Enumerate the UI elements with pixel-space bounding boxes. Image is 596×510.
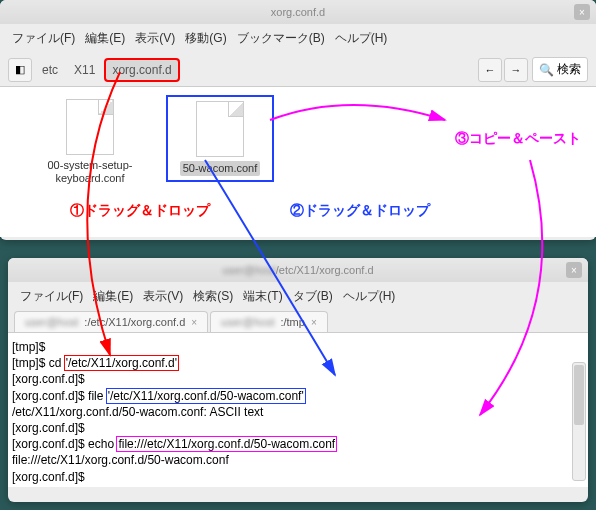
file-name: 00-system-setup-keyboard.conf xyxy=(40,159,140,185)
menu-bookmark[interactable]: ブックマーク(B) xyxy=(233,28,329,49)
menu-file[interactable]: ファイル(F) xyxy=(8,28,79,49)
menubar: ファイル(F) 編集(E) 表示(V) 検索(S) 端末(T) タブ(B) ヘル… xyxy=(8,282,588,311)
crumb-xorgconfd[interactable]: xorg.conf.d xyxy=(105,59,178,81)
highlight-cd-path: '/etc/X11/xorg.conf.d' xyxy=(65,356,178,370)
menu-view[interactable]: 表示(V) xyxy=(131,28,179,49)
tab-label: :/tmp xyxy=(280,316,304,328)
tab-label: :/etc/X11/xorg.conf.d xyxy=(84,316,185,328)
file-item[interactable]: 00-system-setup-keyboard.conf xyxy=(40,99,140,185)
file-name: 50-wacom.conf xyxy=(180,161,261,176)
tab-close-icon[interactable]: × xyxy=(191,317,197,328)
highlight-file-path: '/etc/X11/xorg.conf.d/50-wacom.conf' xyxy=(107,389,305,403)
menu-tab[interactable]: タブ(B) xyxy=(289,286,337,307)
menu-search[interactable]: 検索(S) xyxy=(189,286,237,307)
menu-go[interactable]: 移動(G) xyxy=(181,28,230,49)
terminal-body[interactable]: [tmp]$ [tmp]$ cd '/etc/X11/xorg.conf.d' … xyxy=(8,332,588,487)
file-icon xyxy=(66,99,114,155)
tab-blurred-prefix: user@host xyxy=(25,316,78,328)
terminal-window: user@host /etc/X11/xorg.conf.d × ファイル(F)… xyxy=(8,258,588,502)
scrollbar-thumb[interactable] xyxy=(574,365,584,425)
menu-help[interactable]: ヘルプ(H) xyxy=(339,286,400,307)
crumb-etc[interactable]: etc xyxy=(36,60,64,80)
toolbar: ◧ etc X11 xorg.conf.d ← → 🔍 検索 xyxy=(0,53,596,87)
menu-help[interactable]: ヘルプ(H) xyxy=(331,28,392,49)
close-icon[interactable]: × xyxy=(574,4,590,20)
highlight-echo-uri: file:///etc/X11/xorg.conf.d/50-wacom.con… xyxy=(117,437,336,451)
back-button[interactable]: ← xyxy=(478,58,502,82)
menu-terminal[interactable]: 端末(T) xyxy=(239,286,286,307)
crumb-x11[interactable]: X11 xyxy=(68,60,101,80)
window-title: xorg.conf.d xyxy=(271,6,325,18)
file-manager-window: xorg.conf.d × ファイル(F) 編集(E) 表示(V) 移動(G) … xyxy=(0,0,596,240)
title-blurred-prefix: user@host xyxy=(222,264,275,276)
search-label: 検索 xyxy=(557,61,581,78)
window-title: /etc/X11/xorg.conf.d xyxy=(276,264,374,276)
tab-2[interactable]: user@host :/tmp × xyxy=(210,311,328,332)
menu-edit[interactable]: 編集(E) xyxy=(89,286,137,307)
search-button[interactable]: 🔍 検索 xyxy=(532,57,588,82)
menu-file[interactable]: ファイル(F) xyxy=(16,286,87,307)
menubar: ファイル(F) 編集(E) 表示(V) 移動(G) ブックマーク(B) ヘルプ(… xyxy=(0,24,596,53)
tab-close-icon[interactable]: × xyxy=(311,317,317,328)
path-root-icon[interactable]: ◧ xyxy=(8,58,32,82)
tab-1[interactable]: user@host :/etc/X11/xorg.conf.d × xyxy=(14,311,208,332)
file-item-selected[interactable]: 50-wacom.conf xyxy=(170,99,270,178)
menu-edit[interactable]: 編集(E) xyxy=(81,28,129,49)
terminal-tabs: user@host :/etc/X11/xorg.conf.d × user@h… xyxy=(8,311,588,332)
search-icon: 🔍 xyxy=(539,63,554,77)
forward-button[interactable]: → xyxy=(504,58,528,82)
menu-view[interactable]: 表示(V) xyxy=(139,286,187,307)
file-pane[interactable]: 00-system-setup-keyboard.conf 50-wacom.c… xyxy=(0,87,596,237)
titlebar: xorg.conf.d × xyxy=(0,0,596,24)
file-icon xyxy=(196,101,244,157)
scrollbar[interactable] xyxy=(572,362,586,481)
tab-blurred-prefix: user@host xyxy=(221,316,274,328)
close-icon[interactable]: × xyxy=(566,262,582,278)
titlebar: user@host /etc/X11/xorg.conf.d × xyxy=(8,258,588,282)
